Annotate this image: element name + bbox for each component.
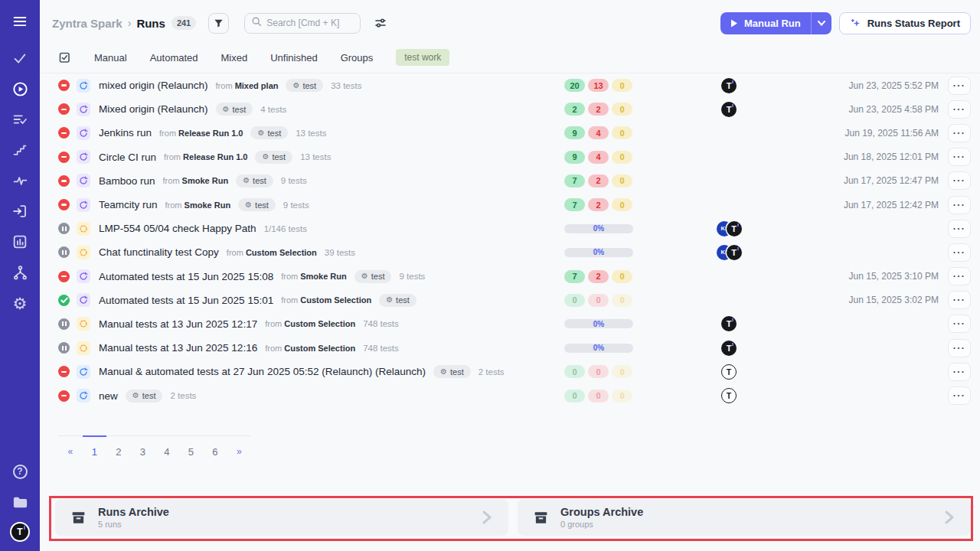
sidebar-item-activity[interactable] — [11, 171, 29, 190]
run-row[interactable]: Teamcity run from Smoke Run⚙test9 tests … — [40, 193, 980, 217]
run-row[interactable]: Manual & automated tests at 27 Jun 2025 … — [40, 360, 980, 383]
row-menu-button[interactable]: ··· — [948, 171, 971, 190]
row-menu-button[interactable]: ··· — [948, 243, 971, 262]
menu-icon[interactable] — [11, 12, 29, 31]
assignee-avatar[interactable]: T — [721, 341, 737, 356]
run-tag-badge[interactable]: ⚙test — [354, 270, 392, 283]
select-all-icon[interactable] — [58, 51, 71, 64]
run-row[interactable]: Manual tests at 13 Jun 2025 12:16 from C… — [40, 336, 980, 360]
tab-mixed[interactable]: Mixed — [221, 52, 248, 64]
run-name-group: Circle CI run from Release Run 1.0⚙test1… — [99, 151, 564, 164]
run-name[interactable]: Jenkins run — [99, 127, 152, 139]
run-row[interactable]: Automated tests at 15 Jun 2025 15:01 fro… — [40, 289, 980, 312]
assignee-avatar[interactable]: T — [721, 316, 737, 331]
sidebar-item-reports[interactable] — [11, 233, 29, 251]
sidebar-item-test-plans[interactable] — [11, 202, 29, 220]
groups-archive-card[interactable]: Groups Archive 0 groups — [518, 499, 971, 536]
page-next[interactable]: » — [227, 435, 252, 458]
assignee-avatar[interactable]: T — [727, 245, 742, 260]
tab-groups[interactable]: Groups — [341, 52, 374, 64]
page-2[interactable]: 2 — [106, 435, 131, 458]
assignee-avatar[interactable]: T — [721, 102, 737, 117]
search-input[interactable] — [266, 18, 354, 28]
row-menu-button[interactable]: ··· — [948, 363, 971, 381]
sidebar-item-test-runs[interactable] — [11, 80, 29, 98]
run-name[interactable]: Automated tests at 15 Jun 2025 15:08 — [99, 271, 273, 282]
tab-unfinished[interactable]: Unfinished — [270, 52, 317, 64]
assignee-avatar[interactable]: T — [721, 388, 737, 403]
sidebar-item-shared-steps[interactable] — [11, 110, 29, 129]
tab-manual[interactable]: Manual — [94, 52, 127, 64]
run-row[interactable]: Bamboo run from Smoke Run⚙test9 tests 7 … — [40, 169, 980, 193]
page-3[interactable]: 3 — [131, 435, 155, 458]
filter-button[interactable] — [208, 13, 229, 34]
run-name[interactable]: Automated tests at 15 Jun 2025 15:01 — [99, 295, 273, 306]
run-name[interactable]: Manual tests at 13 Jun 2025 12:17 — [99, 318, 257, 330]
run-name[interactable]: Circle CI run — [99, 152, 156, 163]
search-box[interactable] — [244, 13, 361, 34]
run-tag-badge[interactable]: ⚙test — [433, 365, 471, 378]
manual-run-dropdown[interactable] — [811, 12, 831, 34]
run-row[interactable]: mixed origin (Relaunch) from Mixed plan⚙… — [40, 73, 980, 97]
run-row[interactable]: LMP-554 05/04 check Happy Path 1/146 tes… — [40, 217, 980, 240]
run-tag-badge[interactable]: ⚙test — [238, 198, 276, 211]
run-name[interactable]: Manual tests at 13 Jun 2025 12:16 — [99, 342, 257, 354]
runs-archive-card[interactable]: Runs Archive 5 runs — [55, 499, 508, 536]
automated-run-icon — [77, 174, 90, 187]
run-row[interactable]: Circle CI run from Release Run 1.0⚙test1… — [40, 145, 980, 169]
run-row[interactable]: Chat functinality test Copy from Custom … — [40, 240, 980, 264]
page-prev[interactable]: « — [58, 435, 83, 458]
run-name[interactable]: Manual & automated tests at 27 Jun 2025 … — [99, 366, 426, 377]
run-name[interactable]: Mixed origin (Relaunch) — [99, 103, 208, 115]
runs-status-report-button[interactable]: Runs Status Report — [839, 12, 971, 34]
run-row[interactable]: new ⚙test2 tests 0 0 0 T ··· — [40, 383, 980, 407]
run-name[interactable]: new — [99, 390, 118, 402]
assignee-avatar[interactable]: T — [727, 221, 742, 236]
breadcrumb-project[interactable]: Zyntra Spark — [52, 17, 122, 30]
sidebar-item-test-cases[interactable] — [11, 49, 29, 67]
run-tag-badge[interactable]: ⚙test — [236, 174, 273, 187]
run-tag-badge[interactable]: ⚙test — [216, 103, 253, 116]
page-6[interactable]: 6 — [203, 435, 227, 458]
sidebar-item-settings[interactable]: ⚙ — [11, 294, 29, 312]
run-tag-badge[interactable]: ⚙test — [126, 390, 163, 403]
row-menu-button[interactable]: ··· — [948, 148, 971, 166]
row-menu-button[interactable]: ··· — [948, 77, 971, 95]
row-menu-button[interactable]: ··· — [948, 124, 971, 142]
row-menu-button[interactable]: ··· — [948, 291, 971, 309]
row-menu-button[interactable]: ··· — [948, 386, 971, 405]
run-row[interactable]: Mixed origin (Relaunch) ⚙test4 tests 2 2… — [40, 97, 980, 121]
page-5[interactable]: 5 — [179, 435, 204, 458]
run-tag-badge[interactable]: ⚙test — [250, 126, 288, 139]
assignee-avatar[interactable]: T — [721, 364, 737, 380]
row-menu-button[interactable]: ··· — [948, 315, 971, 333]
assignee-avatar[interactable]: T — [721, 78, 737, 93]
row-menu-button[interactable]: ··· — [948, 267, 971, 285]
run-row[interactable]: Manual tests at 13 Jun 2025 12:17 from C… — [40, 312, 980, 336]
page-4[interactable]: 4 — [155, 435, 179, 458]
run-row[interactable]: Automated tests at 15 Jun 2025 15:08 fro… — [40, 265, 980, 289]
run-tag-badge[interactable]: ⚙test — [286, 79, 323, 92]
row-menu-button[interactable]: ··· — [948, 196, 971, 214]
row-menu-button[interactable]: ··· — [948, 220, 971, 238]
run-name[interactable]: Teamcity run — [99, 199, 158, 210]
run-name[interactable]: mixed origin (Relaunch) — [99, 80, 208, 91]
row-menu-button[interactable]: ··· — [948, 339, 971, 357]
environment-badge[interactable]: test work — [396, 49, 449, 66]
view-settings-button[interactable] — [370, 13, 390, 34]
projects-button[interactable] — [11, 493, 29, 511]
run-name[interactable]: LMP-554 05/04 check Happy Path — [99, 223, 256, 234]
page-1[interactable]: 1 — [83, 435, 107, 458]
run-name[interactable]: Bamboo run — [99, 175, 155, 187]
manual-run-button[interactable]: Manual Run — [720, 12, 831, 34]
run-tag-badge[interactable]: ⚙test — [255, 151, 292, 164]
run-row[interactable]: Jenkins run from Release Run 1.0⚙test13 … — [40, 121, 980, 145]
row-menu-button[interactable]: ··· — [948, 100, 971, 119]
user-avatar[interactable]: T — [11, 523, 28, 540]
run-tag-badge[interactable]: ⚙test — [379, 294, 416, 307]
tab-automated[interactable]: Automated — [150, 52, 198, 64]
help-button[interactable]: ? — [11, 462, 29, 481]
sidebar-item-workflow[interactable] — [11, 263, 29, 282]
sidebar-item-milestones[interactable] — [11, 141, 29, 159]
run-name[interactable]: Chat functinality test Copy — [99, 246, 219, 258]
